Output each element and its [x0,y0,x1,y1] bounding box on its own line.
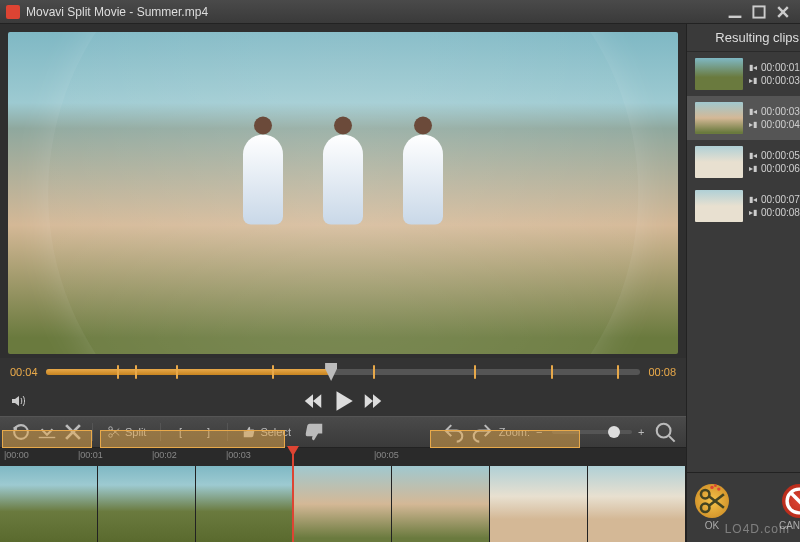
maximize-button[interactable] [748,4,770,20]
timeline-frame[interactable] [98,466,196,542]
fast-forward-button[interactable] [362,390,384,412]
clip-end-icon: ▸▮ [749,77,757,85]
clip-thumbnail [695,146,743,178]
playback-controls-row [0,386,686,416]
cancel-label: CANCEL [779,520,800,531]
window-controls [724,4,794,20]
svg-rect-1 [753,6,764,17]
sidebar-footer: OK CANCEL [687,472,800,542]
current-time-label: 00:04 [10,366,38,378]
clip-end-icon: ▸▮ [749,121,757,129]
clip-times: ▮◂00:00:01.082▸▮00:00:03.124 [749,62,800,86]
clip-row[interactable]: ▮◂00:00:07.884▸▮00:00:08.011 [687,184,800,228]
clip-times: ▮◂00:00:05.887▸▮00:00:06.955 [749,150,800,174]
clip-thumbnail [695,190,743,222]
clip-start-time: 00:00:07.884 [761,194,800,205]
clip-times: ▮◂00:00:07.884▸▮00:00:08.011 [749,194,800,218]
clip-end-time: 00:00:06.955 [761,163,800,174]
transport-controls [302,388,384,414]
minimize-button[interactable] [724,4,746,20]
zoom-fit-button[interactable] [654,421,676,443]
clip-row[interactable]: ▮◂00:00:01.082▸▮00:00:03.124 [687,52,800,96]
clips-list: ▮◂00:00:01.082▸▮00:00:03.124▮◂00:00:03.8… [687,52,800,472]
scissors-ok-icon [695,484,729,518]
svg-point-19 [714,484,717,487]
timeline-frame[interactable] [392,466,490,542]
svg-point-11 [657,424,671,438]
sidebar-title: Resulting clips [687,24,800,52]
ruler-tick: |00:05 [374,450,399,460]
titlebar: Movavi Split Movie - Summer.mp4 [0,0,800,24]
video-preview[interactable] [8,32,678,354]
rewind-button[interactable] [302,390,324,412]
ok-label: OK [705,520,719,531]
ruler-tick: |00:00 [4,450,29,460]
timeline-ruler: |00:00 |00:01 |00:02 |00:03 |00:05 [0,448,686,466]
main-panel: 00:04 00:08 [0,24,686,542]
seek-playhead[interactable] [325,363,337,381]
timeline-frame[interactable] [588,466,686,542]
figure [323,135,363,225]
clip-end-icon: ▸▮ [749,165,757,173]
clip-start-time: 00:00:01.082 [761,62,800,73]
play-button[interactable] [330,388,356,414]
zoom-in-icon[interactable]: + [638,426,648,438]
cancel-icon [782,484,800,518]
content-area: 00:04 00:08 [0,24,800,542]
seek-track[interactable] [46,369,641,375]
preview-container [0,24,686,358]
seek-markers [46,369,641,375]
svg-line-21 [791,493,800,510]
volume-icon[interactable] [10,393,26,409]
window-title: Movavi Split Movie - Summer.mp4 [26,5,724,19]
clip-thumbnail [695,102,743,134]
ruler-tick: |00:01 [78,450,103,460]
sidebar: Resulting clips ▮◂00:00:01.082▸▮00:00:03… [686,24,800,542]
svg-line-16 [709,494,724,506]
svg-line-15 [709,496,724,508]
timeline-thumbnails [0,466,686,542]
svg-point-17 [710,486,713,489]
clip-start-time: 00:00:03.890 [761,106,800,117]
ok-button[interactable]: OK [695,484,729,531]
ruler-tick: |00:03 [226,450,251,460]
cancel-button[interactable]: CANCEL [779,484,800,531]
timeline-frame[interactable] [294,466,392,542]
playback-bar: 00:04 00:08 [0,358,686,386]
clip-end-time: 00:00:03.124 [761,75,800,86]
app-window: Movavi Split Movie - Summer.mp4 00: [0,0,800,542]
clip-times: ▮◂00:00:03.890▸▮00:00:04.842 [749,106,800,130]
clip-start-time: 00:00:05.887 [761,150,800,161]
timeline[interactable]: |00:00 |00:01 |00:02 |00:03 |00:05 [0,448,686,542]
clip-end-icon: ▸▮ [749,209,757,217]
clip-row[interactable]: ▮◂00:00:05.887▸▮00:00:06.955 [687,140,800,184]
svg-line-12 [669,436,675,442]
timeline-playhead[interactable] [292,448,294,542]
clip-end-time: 00:00:08.011 [761,207,800,218]
clip-start-icon: ▮◂ [749,196,757,204]
clip-thumbnail [695,58,743,90]
zoom-thumb[interactable] [608,426,620,438]
svg-point-18 [717,487,720,490]
timeline-frame[interactable] [196,466,294,542]
preview-figures [243,135,443,225]
timeline-frame[interactable] [0,466,98,542]
clip-start-icon: ▮◂ [749,108,757,116]
ruler-tick: |00:02 [152,450,177,460]
clip-row[interactable]: ▮◂00:00:03.890▸▮00:00:04.842 [687,96,800,140]
clip-start-icon: ▮◂ [749,64,757,72]
selection-region[interactable] [430,430,580,448]
selection-region[interactable] [2,430,92,448]
close-button[interactable] [772,4,794,20]
clip-end-time: 00:00:04.842 [761,119,800,130]
total-time-label: 00:08 [648,366,676,378]
timeline-frame[interactable] [490,466,588,542]
selection-region[interactable] [100,430,285,448]
app-icon [6,5,20,19]
clip-start-icon: ▮◂ [749,152,757,160]
thumbs-down-button[interactable] [303,421,325,443]
figure [243,135,283,225]
figure [403,135,443,225]
